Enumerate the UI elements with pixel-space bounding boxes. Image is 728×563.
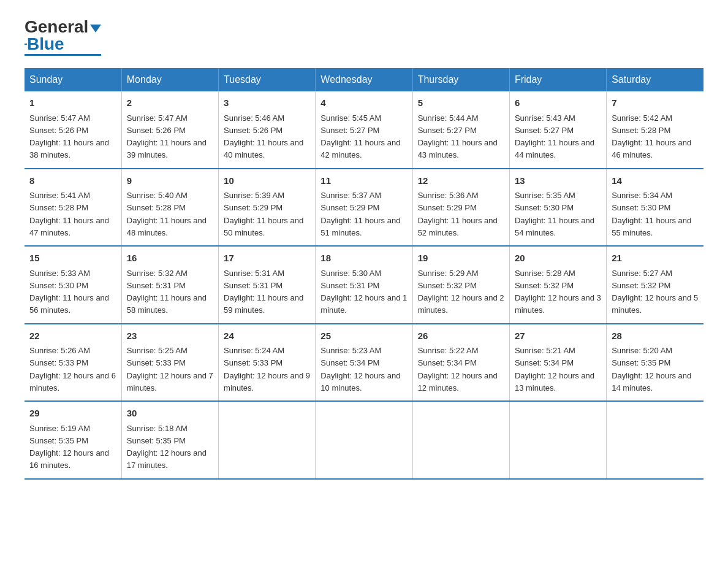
calendar-week-3: 15Sunrise: 5:33 AMSunset: 5:30 PMDayligh… xyxy=(25,246,703,324)
calendar-week-2: 8Sunrise: 5:41 AMSunset: 5:28 PMDaylight… xyxy=(25,169,703,247)
day-number: 17 xyxy=(224,251,310,266)
calendar-cell: 19Sunrise: 5:29 AMSunset: 5:32 PMDayligh… xyxy=(412,246,509,324)
cell-info: Sunrise: 5:30 AMSunset: 5:31 PMDaylight:… xyxy=(320,269,407,315)
day-number: 1 xyxy=(29,96,116,110)
weekday-header-sunday: Sunday xyxy=(25,68,121,91)
day-number: 7 xyxy=(612,96,699,110)
day-number: 22 xyxy=(29,329,116,343)
calendar-cell: 9Sunrise: 5:40 AMSunset: 5:28 PMDaylight… xyxy=(121,169,218,247)
calendar-cell: 24Sunrise: 5:24 AMSunset: 5:33 PMDayligh… xyxy=(219,324,316,402)
calendar-cell: 7Sunrise: 5:42 AMSunset: 5:28 PMDaylight… xyxy=(607,91,703,169)
calendar-cell: 2Sunrise: 5:47 AMSunset: 5:26 PMDaylight… xyxy=(121,91,218,169)
day-number: 6 xyxy=(515,96,601,110)
calendar-cell: 4Sunrise: 5:45 AMSunset: 5:27 PMDaylight… xyxy=(316,91,412,169)
weekday-header-friday: Friday xyxy=(509,68,606,91)
cell-info: Sunrise: 5:42 AMSunset: 5:28 PMDaylight:… xyxy=(612,113,691,160)
cell-info: Sunrise: 5:23 AMSunset: 5:34 PMDaylight:… xyxy=(320,346,400,393)
logo: General Blue xyxy=(25,18,101,56)
cell-info: Sunrise: 5:33 AMSunset: 5:30 PMDaylight:… xyxy=(29,269,109,315)
calendar-cell: 22Sunrise: 5:26 AMSunset: 5:33 PMDayligh… xyxy=(25,324,121,402)
calendar-cell: 6Sunrise: 5:43 AMSunset: 5:27 PMDaylight… xyxy=(509,91,606,169)
day-number: 19 xyxy=(418,251,504,266)
calendar-cell: 20Sunrise: 5:28 AMSunset: 5:32 PMDayligh… xyxy=(509,246,606,324)
cell-info: Sunrise: 5:47 AMSunset: 5:26 PMDaylight:… xyxy=(29,113,109,160)
day-number: 30 xyxy=(127,407,213,421)
logo-underline xyxy=(25,54,101,56)
cell-info: Sunrise: 5:35 AMSunset: 5:30 PMDaylight:… xyxy=(515,191,594,237)
calendar-week-5: 29Sunrise: 5:19 AMSunset: 5:35 PMDayligh… xyxy=(25,401,703,479)
calendar-cell: 27Sunrise: 5:21 AMSunset: 5:34 PMDayligh… xyxy=(509,324,606,402)
weekday-header-tuesday: Tuesday xyxy=(219,68,316,91)
weekday-header-wednesday: Wednesday xyxy=(316,68,412,91)
day-number: 28 xyxy=(612,329,699,343)
weekday-header-row: SundayMondayTuesdayWednesdayThursdayFrid… xyxy=(25,68,703,91)
calendar-week-1: 1Sunrise: 5:47 AMSunset: 5:26 PMDaylight… xyxy=(25,91,703,169)
day-number: 26 xyxy=(418,329,504,343)
calendar-cell: 21Sunrise: 5:27 AMSunset: 5:32 PMDayligh… xyxy=(607,246,703,324)
cell-info: Sunrise: 5:27 AMSunset: 5:32 PMDaylight:… xyxy=(612,269,698,315)
cell-info: Sunrise: 5:40 AMSunset: 5:28 PMDaylight:… xyxy=(127,191,207,237)
weekday-header-saturday: Saturday xyxy=(607,68,703,91)
calendar-cell: 12Sunrise: 5:36 AMSunset: 5:29 PMDayligh… xyxy=(412,169,509,247)
calendar-cell: 8Sunrise: 5:41 AMSunset: 5:28 PMDaylight… xyxy=(25,169,121,247)
day-number: 18 xyxy=(320,251,407,266)
cell-info: Sunrise: 5:34 AMSunset: 5:30 PMDaylight:… xyxy=(612,191,691,237)
calendar-cell xyxy=(412,401,509,479)
cell-info: Sunrise: 5:36 AMSunset: 5:29 PMDaylight:… xyxy=(418,191,498,237)
cell-info: Sunrise: 5:22 AMSunset: 5:34 PMDaylight:… xyxy=(418,346,498,393)
calendar-cell: 28Sunrise: 5:20 AMSunset: 5:35 PMDayligh… xyxy=(607,324,703,402)
day-number: 15 xyxy=(29,251,116,266)
calendar-table: SundayMondayTuesdayWednesdayThursdayFrid… xyxy=(25,68,703,480)
calendar-cell xyxy=(316,401,412,479)
cell-info: Sunrise: 5:25 AMSunset: 5:33 PMDaylight:… xyxy=(127,346,213,393)
day-number: 16 xyxy=(127,251,213,266)
cell-info: Sunrise: 5:45 AMSunset: 5:27 PMDaylight:… xyxy=(320,113,400,160)
cell-info: Sunrise: 5:18 AMSunset: 5:35 PMDaylight:… xyxy=(127,424,207,470)
day-number: 11 xyxy=(320,174,407,188)
day-number: 27 xyxy=(515,329,601,343)
day-number: 5 xyxy=(418,96,504,110)
calendar-cell: 16Sunrise: 5:32 AMSunset: 5:31 PMDayligh… xyxy=(121,246,218,324)
calendar-cell: 23Sunrise: 5:25 AMSunset: 5:33 PMDayligh… xyxy=(121,324,218,402)
day-number: 8 xyxy=(29,174,116,188)
cell-info: Sunrise: 5:37 AMSunset: 5:29 PMDaylight:… xyxy=(320,191,400,237)
calendar-cell xyxy=(509,401,606,479)
cell-info: Sunrise: 5:46 AMSunset: 5:26 PMDaylight:… xyxy=(224,113,303,160)
day-number: 23 xyxy=(127,329,213,343)
calendar-cell: 18Sunrise: 5:30 AMSunset: 5:31 PMDayligh… xyxy=(316,246,412,324)
logo-text: General xyxy=(25,18,101,36)
calendar-cell: 5Sunrise: 5:44 AMSunset: 5:27 PMDaylight… xyxy=(412,91,509,169)
day-number: 3 xyxy=(224,96,310,110)
page-header: General Blue xyxy=(25,18,703,56)
calendar-cell: 15Sunrise: 5:33 AMSunset: 5:30 PMDayligh… xyxy=(25,246,121,324)
calendar-cell: 17Sunrise: 5:31 AMSunset: 5:31 PMDayligh… xyxy=(219,246,316,324)
cell-info: Sunrise: 5:26 AMSunset: 5:33 PMDaylight:… xyxy=(29,346,116,393)
cell-info: Sunrise: 5:21 AMSunset: 5:34 PMDaylight:… xyxy=(515,346,594,393)
calendar-cell xyxy=(607,401,703,479)
day-number: 4 xyxy=(320,96,407,110)
day-number: 21 xyxy=(612,251,699,266)
cell-info: Sunrise: 5:19 AMSunset: 5:35 PMDaylight:… xyxy=(29,424,109,470)
day-number: 12 xyxy=(418,174,504,188)
logo-blue-text: Blue xyxy=(27,36,64,53)
calendar-cell: 3Sunrise: 5:46 AMSunset: 5:26 PMDaylight… xyxy=(219,91,316,169)
day-number: 14 xyxy=(612,174,699,188)
cell-info: Sunrise: 5:32 AMSunset: 5:31 PMDaylight:… xyxy=(127,269,207,315)
calendar-cell: 25Sunrise: 5:23 AMSunset: 5:34 PMDayligh… xyxy=(316,324,412,402)
calendar-cell: 13Sunrise: 5:35 AMSunset: 5:30 PMDayligh… xyxy=(509,169,606,247)
day-number: 25 xyxy=(320,329,407,343)
day-number: 13 xyxy=(515,174,601,188)
cell-info: Sunrise: 5:24 AMSunset: 5:33 PMDaylight:… xyxy=(224,346,310,393)
day-number: 29 xyxy=(29,407,116,421)
calendar-cell: 14Sunrise: 5:34 AMSunset: 5:30 PMDayligh… xyxy=(607,169,703,247)
cell-info: Sunrise: 5:39 AMSunset: 5:29 PMDaylight:… xyxy=(224,191,303,237)
day-number: 24 xyxy=(224,329,310,343)
cell-info: Sunrise: 5:44 AMSunset: 5:27 PMDaylight:… xyxy=(418,113,498,160)
calendar-cell: 30Sunrise: 5:18 AMSunset: 5:35 PMDayligh… xyxy=(121,401,218,479)
cell-info: Sunrise: 5:28 AMSunset: 5:32 PMDaylight:… xyxy=(515,269,601,315)
cell-info: Sunrise: 5:41 AMSunset: 5:28 PMDaylight:… xyxy=(29,191,109,237)
cell-info: Sunrise: 5:43 AMSunset: 5:27 PMDaylight:… xyxy=(515,113,594,160)
weekday-header-monday: Monday xyxy=(121,68,218,91)
cell-info: Sunrise: 5:20 AMSunset: 5:35 PMDaylight:… xyxy=(612,346,691,393)
calendar-cell: 1Sunrise: 5:47 AMSunset: 5:26 PMDaylight… xyxy=(25,91,121,169)
